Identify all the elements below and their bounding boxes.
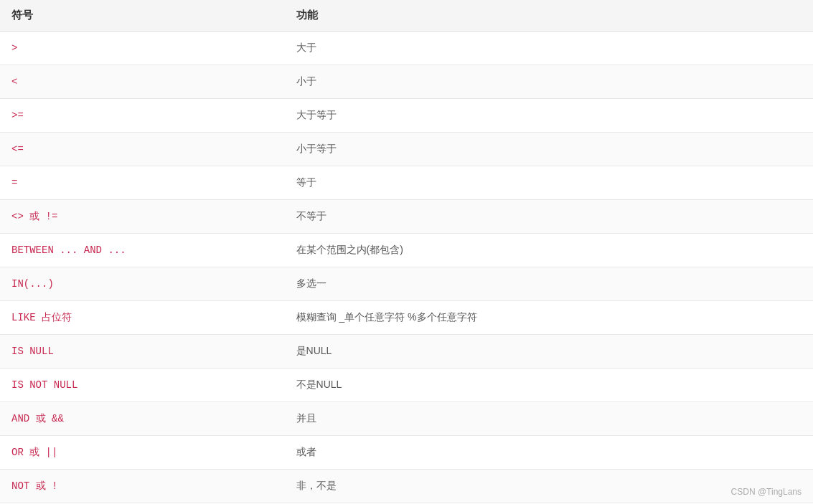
header-symbol: 符号 (0, 0, 285, 32)
cell-symbol: BETWEEN ... AND ... (0, 234, 285, 267)
table-row: BETWEEN ... AND ...在某个范围之内(都包含) (0, 234, 813, 267)
cell-symbol: >= (0, 99, 285, 133)
cell-function: 是NULL (285, 335, 813, 369)
table-row: NOT 或 !非，不是 (0, 470, 813, 503)
cell-function: 大于 (285, 32, 813, 65)
cell-symbol: IN(...) (0, 267, 285, 301)
table-container: 符号 功能 >大于<小于>=大于等于<=小于等于=等于<> 或 !=不等于BET… (0, 0, 813, 503)
cell-symbol: < (0, 65, 285, 99)
table-header-row: 符号 功能 (0, 0, 813, 32)
symbols-table: 符号 功能 >大于<小于>=大于等于<=小于等于=等于<> 或 !=不等于BET… (0, 0, 813, 503)
cell-symbol: NOT 或 ! (0, 470, 285, 503)
cell-symbol: > (0, 32, 285, 65)
cell-function: 小于等于 (285, 133, 813, 166)
cell-function: 不是NULL (285, 369, 813, 402)
cell-function: 在某个范围之内(都包含) (285, 234, 813, 267)
cell-symbol: OR 或 || (0, 436, 285, 470)
cell-symbol: <= (0, 133, 285, 166)
table-row: LIKE 占位符模糊查询 _单个任意字符 %多个任意字符 (0, 301, 813, 335)
table-row: IS NULL是NULL (0, 335, 813, 369)
cell-function: 非，不是 (285, 470, 813, 503)
cell-symbol: <> 或 != (0, 200, 285, 234)
table-row: <> 或 !=不等于 (0, 200, 813, 234)
cell-symbol: = (0, 166, 285, 200)
cell-symbol: AND 或 && (0, 402, 285, 436)
cell-function: 小于 (285, 65, 813, 99)
cell-function: 等于 (285, 166, 813, 200)
cell-function: 或者 (285, 436, 813, 470)
cell-function: 多选一 (285, 267, 813, 301)
footer-note: CSDN @TingLans (731, 487, 802, 497)
table-row: <=小于等于 (0, 133, 813, 166)
table-row: AND 或 &&并且 (0, 402, 813, 436)
cell-function: 不等于 (285, 200, 813, 234)
table-row: >=大于等于 (0, 99, 813, 133)
table-row: OR 或 ||或者 (0, 436, 813, 470)
cell-function: 并且 (285, 402, 813, 436)
table-row: <小于 (0, 65, 813, 99)
table-row: >大于 (0, 32, 813, 65)
cell-symbol: IS NULL (0, 335, 285, 369)
table-row: =等于 (0, 166, 813, 200)
cell-symbol: IS NOT NULL (0, 369, 285, 402)
table-row: IS NOT NULL不是NULL (0, 369, 813, 402)
cell-symbol: LIKE 占位符 (0, 301, 285, 335)
cell-function: 模糊查询 _单个任意字符 %多个任意字符 (285, 301, 813, 335)
header-function: 功能 (285, 0, 813, 32)
table-row: IN(...)多选一 (0, 267, 813, 301)
cell-function: 大于等于 (285, 99, 813, 133)
